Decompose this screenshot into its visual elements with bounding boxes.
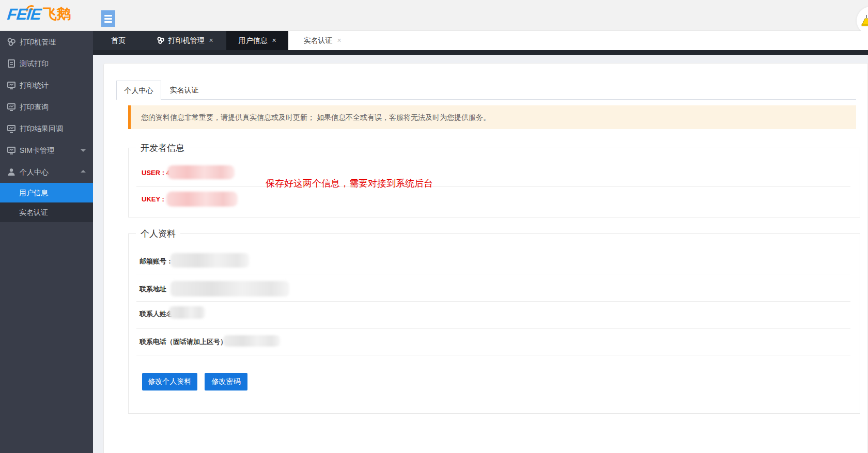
sidebar-item-label: 打印机管理: [20, 38, 56, 46]
chevron-up-icon: [81, 170, 86, 173]
sidebar: 打印机管理 测试打印 打印统计 打印查询 打印结果回调: [0, 31, 93, 453]
censored-ukey-value: [166, 192, 238, 207]
email-label: 邮箱账号：: [140, 257, 173, 266]
info-alert: 您的资料信息非常重要，请提供真实信息或及时更新； 如果信息不全或有误，客服将无法…: [128, 105, 856, 129]
tab-label: 打印机管理: [168, 36, 204, 44]
close-icon[interactable]: ×: [209, 36, 213, 44]
monitor-icon: [7, 146, 16, 155]
ukey-label: UKEY :: [142, 195, 164, 203]
developer-info-section: 开发者信息 USER : 4 保存好这两个信息，需要对接到系统后台 UKEY :: [128, 148, 860, 217]
section-legend: 开发者信息: [136, 142, 189, 154]
sidebar-subitem-label: 实名认证: [19, 208, 48, 216]
window-tab-realname-auth[interactable]: 实名认证×: [288, 31, 357, 50]
sidebar-item-print-stats[interactable]: 打印统计: [0, 74, 93, 96]
sidebar-item-label: 打印结果回调: [20, 124, 63, 133]
chevron-down-icon: [81, 149, 86, 152]
topbar: FEIE飞鹅: [0, 0, 868, 31]
content-tab-realname-auth[interactable]: 实名认证: [161, 81, 207, 100]
sidebar-item-personal-center[interactable]: 个人中心: [0, 161, 93, 183]
censored-name-value: [169, 306, 205, 319]
hamburger-icon: [104, 15, 112, 17]
sidebar-toggle-button[interactable]: [101, 10, 115, 27]
alert-text: 您的资料信息非常重要，请提供真实信息或及时更新； 如果信息不全或有误，客服将无法…: [141, 113, 490, 121]
sidebar-subitem-label: 用户信息: [19, 189, 48, 197]
sidebar-item-print-callback[interactable]: 打印结果回调: [0, 118, 93, 139]
profile-section: 个人资料 邮箱账号： 联系地址 联系人姓名 联系电话（固话请加上区号）： 修改个…: [128, 233, 860, 414]
sidebar-item-print-query[interactable]: 打印查询: [0, 96, 93, 118]
window-tabstrip: 首页 打印机管理× 用户信息× 实名认证×: [93, 31, 868, 50]
phone-label: 联系电话（固话请加上区号）：: [140, 337, 234, 347]
tabstrip-underline: [93, 50, 868, 55]
backend-note: 保存好这两个信息，需要对接到系统后台: [266, 177, 433, 190]
content-tab-personal-center[interactable]: 个人中心: [116, 81, 161, 100]
monitor-icon: [7, 81, 16, 90]
user-key-label: USER : 4: [142, 169, 170, 177]
tab-label: 首页: [111, 36, 126, 44]
logo-text-en: FEIE: [6, 5, 42, 24]
censored-address-value: [171, 281, 289, 296]
sidebar-item-label: 打印统计: [20, 81, 49, 89]
sidebar-item-label: 打印查询: [20, 103, 49, 111]
sidebar-item-printer-management[interactable]: 打印机管理: [0, 31, 93, 53]
sidebar-item-label: 测试打印: [20, 59, 49, 68]
avatar[interactable]: [857, 7, 868, 35]
tab-label: 实名认证: [170, 86, 199, 94]
printer-cluster-icon: [157, 36, 165, 44]
monitor-icon: [7, 124, 16, 133]
monitor-icon: [7, 102, 16, 112]
censored-email-value: [171, 253, 249, 268]
sidebar-item-test-print[interactable]: 测试打印: [0, 53, 93, 74]
user-bell-icon: [861, 14, 868, 26]
change-password-button[interactable]: 修改密码: [205, 373, 247, 390]
tab-label: 个人中心: [125, 86, 153, 95]
edit-profile-button[interactable]: 修改个人资料: [142, 373, 197, 390]
censored-user-value: [167, 165, 235, 179]
window-tab-printer-management[interactable]: 打印机管理×: [144, 31, 226, 50]
contact-name-label: 联系人姓名: [140, 309, 173, 319]
window-tab-home[interactable]: 首页: [93, 31, 144, 50]
sidebar-subitem-user-info[interactable]: 用户信息: [0, 183, 93, 202]
sidebar-subitem-realname-auth[interactable]: 实名认证: [0, 202, 93, 222]
document-icon: [7, 59, 16, 68]
main-panel: 个人中心 实名认证 您的资料信息非常重要，请提供真实信息或及时更新； 如果信息不…: [103, 63, 868, 453]
tab-label: 实名认证: [303, 36, 332, 44]
sidebar-item-label: SIM卡管理: [20, 146, 54, 154]
sidebar-item-sim-management[interactable]: SIM卡管理: [0, 139, 93, 161]
printer-cluster-icon: [7, 37, 16, 46]
sidebar-item-label: 个人中心: [20, 168, 49, 176]
section-legend: 个人资料: [136, 228, 180, 240]
feie-logo: FEIE飞鹅: [7, 5, 95, 26]
close-icon[interactable]: ×: [272, 36, 276, 44]
logo-text-cn: 飞鹅: [43, 5, 71, 23]
person-icon: [7, 167, 16, 177]
close-icon[interactable]: ×: [337, 36, 341, 44]
tab-label: 用户信息: [238, 36, 267, 44]
address-label: 联系地址: [140, 285, 166, 294]
censored-phone-value: [223, 335, 280, 347]
